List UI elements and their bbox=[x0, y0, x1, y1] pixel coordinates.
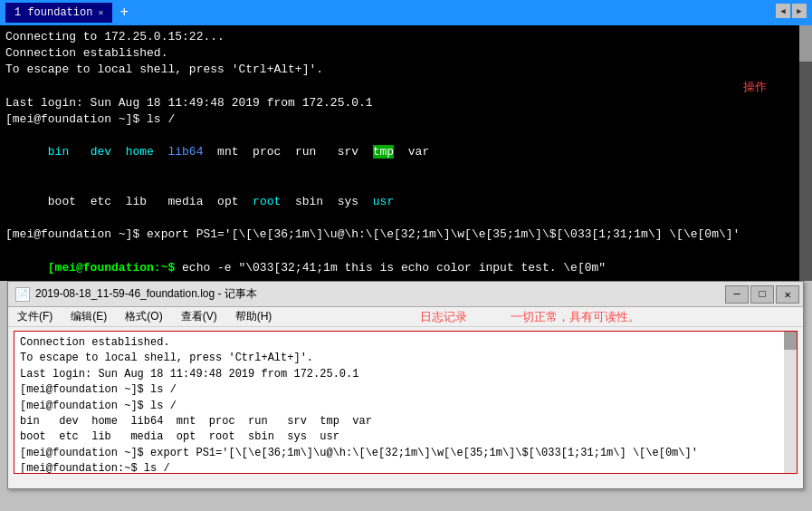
notepad-line-9: [mei@foundation:~$ ls / bbox=[20, 461, 791, 474]
terminal-line-6: [mei@foundation ~]$ ls / bbox=[5, 111, 807, 128]
notepad-line-6: bin dev home lib64 mnt proc run srv tmp … bbox=[20, 414, 791, 429]
notepad-line-7: boot etc lib media opt root sbin sys usr bbox=[20, 429, 791, 445]
notepad-menu-format[interactable]: 格式(O) bbox=[119, 307, 167, 326]
terminal-line-10: [mei@foundation:~$ echo -e "\033[32;41;1… bbox=[5, 243, 807, 281]
terminal-titlebar: 1 foundation ✕ + ◀ ▶ bbox=[0, 0, 812, 25]
notepad-annotation-normal: 一切正常，具有可读性。 bbox=[511, 309, 640, 325]
terminal-annotation: 操作 bbox=[743, 80, 767, 96]
notepad-menu-help[interactable]: 帮助(H) bbox=[230, 307, 278, 326]
terminal-line-3: To escape to local shell, press 'Ctrl+Al… bbox=[5, 62, 807, 78]
terminal-tab-add-button[interactable]: + bbox=[116, 5, 132, 21]
notepad-app-icon: 📄 bbox=[15, 287, 30, 302]
notepad-title: 2019-08-18_11-59-46_foundation.log - 记事本 bbox=[35, 286, 257, 302]
notepad-menubar: 文件(F) 编辑(E) 格式(O) 查看(V) 帮助(H) 日志记录 一切正常，… bbox=[8, 307, 803, 327]
notepad-line-5: [mei@foundation ~]$ ls / bbox=[20, 399, 791, 414]
terminal-line-4 bbox=[5, 79, 807, 95]
notepad-scrollbar[interactable] bbox=[784, 332, 797, 473]
terminal-prev-button[interactable]: ◀ bbox=[776, 4, 790, 18]
terminal-next-button[interactable]: ▶ bbox=[792, 4, 807, 18]
notepad-window: 📄 2019-08-18_11-59-46_foundation.log - 记… bbox=[7, 281, 804, 489]
notepad-close-button[interactable]: ✕ bbox=[776, 285, 799, 304]
terminal-line-2: Connection established. bbox=[5, 45, 807, 62]
terminal-body: Connecting to 172.25.0.15:22... Connecti… bbox=[0, 25, 812, 281]
terminal-line-9: [mei@foundation ~]$ export PS1='[\[\e[36… bbox=[5, 227, 807, 243]
notepad-line-4: [mei@foundation ~]$ ls / bbox=[20, 382, 791, 398]
notepad-body[interactable]: Connection established. To escape to loc… bbox=[14, 331, 798, 474]
notepad-scrollbar-thumb[interactable] bbox=[784, 332, 797, 350]
notepad-line-2: To escape to local shell, press 'Ctrl+Al… bbox=[20, 351, 791, 366]
terminal-tab-close-icon[interactable]: ✕ bbox=[98, 7, 103, 18]
notepad-annotation-log: 日志记录 bbox=[420, 309, 467, 325]
terminal-line-7: bin dev home lib64 mnt proc run srv tmp … bbox=[5, 128, 807, 178]
notepad-line-1: Connection established. bbox=[20, 335, 791, 351]
notepad-window-buttons: ─ □ ✕ bbox=[725, 285, 799, 304]
notepad-maximize-button[interactable]: □ bbox=[750, 285, 774, 304]
notepad-line-3: Last login: Sun Aug 18 11:49:48 2019 fro… bbox=[20, 367, 791, 382]
terminal-line-8: boot etc lib media opt root sbin sys usr bbox=[5, 178, 807, 227]
terminal-line-1: Connecting to 172.25.0.15:22... bbox=[5, 29, 807, 45]
notepad-titlebar: 📄 2019-08-18_11-59-46_foundation.log - 记… bbox=[8, 282, 803, 307]
terminal-nav-buttons: ◀ ▶ bbox=[776, 4, 807, 18]
terminal-scrollbar[interactable] bbox=[799, 25, 812, 281]
terminal-window: 1 foundation ✕ + ◀ ▶ Connecting to 172.2… bbox=[0, 0, 812, 281]
notepad-menu-view[interactable]: 查看(V) bbox=[176, 307, 223, 326]
terminal-line-5: Last login: Sun Aug 18 11:49:48 2019 fro… bbox=[5, 95, 807, 111]
terminal-tab[interactable]: 1 foundation ✕ bbox=[5, 3, 112, 23]
terminal-tab-label: 1 foundation bbox=[14, 6, 92, 19]
notepad-line-8: [mei@foundation ~]$ export PS1='[\[\e[36… bbox=[20, 446, 791, 461]
notepad-minimize-button[interactable]: ─ bbox=[725, 285, 749, 304]
notepad-menu-edit[interactable]: 编辑(E) bbox=[65, 307, 112, 326]
notepad-menu-file[interactable]: 文件(F) bbox=[12, 307, 58, 326]
terminal-scrollbar-thumb[interactable] bbox=[799, 25, 812, 62]
